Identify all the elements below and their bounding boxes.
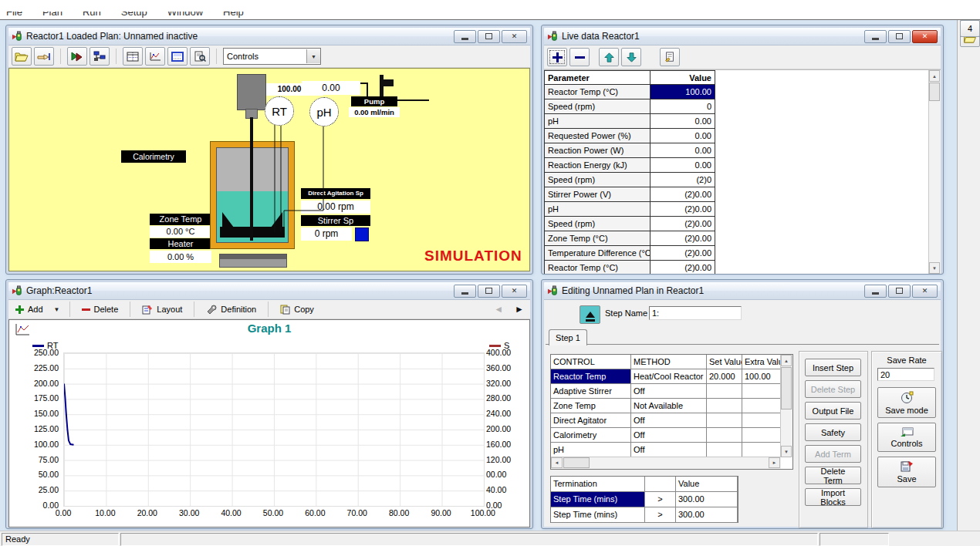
open-plan-button[interactable]: [12, 47, 32, 66]
vertical-scrollbar[interactable]: [928, 70, 941, 274]
app-icon[interactable]: [12, 31, 23, 42]
prev-graph-button[interactable]: [494, 304, 503, 315]
restore-button[interactable]: [478, 30, 500, 43]
value-cell[interactable]: 0.00: [651, 158, 715, 173]
column-header[interactable]: Extra Value: [742, 355, 781, 369]
scrollbar-thumb[interactable]: [781, 367, 792, 410]
save-button[interactable]: Save: [877, 457, 936, 487]
graph-view-button[interactable]: [145, 47, 165, 66]
column-header-parameter[interactable]: Parameter: [544, 70, 651, 85]
control-cell[interactable]: Reactor Temp: [551, 369, 631, 384]
save-rate-input[interactable]: [877, 368, 934, 381]
termination-cell[interactable]: Step Time (mins): [551, 492, 645, 507]
plan-action-button[interactable]: Output File: [805, 402, 861, 420]
plan-editor-titlebar[interactable]: Editing Unnamed Plan in Reactor1: [544, 282, 941, 300]
control-cell[interactable]: pH: [551, 443, 631, 457]
restore-button[interactable]: [888, 30, 911, 43]
table-row[interactable]: Direct Agitator Off: [551, 413, 792, 428]
table-row[interactable]: Calorimetry Off: [551, 428, 792, 443]
table-row[interactable]: Reaction Energy (kJ) 0.00: [544, 158, 941, 173]
scroll-down-button[interactable]: [929, 262, 940, 274]
value-cell[interactable]: (2)0.00: [651, 246, 715, 261]
column-header[interactable]: Set Value: [707, 355, 742, 369]
move-down-button[interactable]: [621, 48, 641, 66]
close-button[interactable]: [912, 30, 938, 43]
vertical-scrollbar[interactable]: [780, 355, 792, 457]
parameter-cell[interactable]: Stirrer Power (V): [544, 187, 651, 202]
parameter-cell[interactable]: Speed (rpm): [544, 217, 651, 231]
minimize-button[interactable]: [454, 285, 476, 298]
add-trace-dropdown[interactable]: [51, 301, 63, 318]
control-cell[interactable]: Calorimetry: [551, 428, 631, 443]
value-cell[interactable]: (2)0.00: [651, 187, 715, 202]
stirrer-set-indicator[interactable]: [355, 228, 369, 241]
table-row[interactable]: Stirrer Power (V) (2)0.00: [544, 187, 941, 202]
scroll-right-button[interactable]: [769, 457, 780, 468]
table-row[interactable]: Reactor Temp (°C) 100.00: [544, 85, 941, 99]
column-header[interactable]: Value: [676, 477, 738, 492]
value-cell[interactable]: (2)0: [651, 173, 715, 187]
scrollbar-thumb[interactable]: [929, 83, 940, 101]
method-cell[interactable]: Heat/Cool Reactor: [631, 369, 707, 384]
table-row[interactable]: Step Time (mins) > 300.00: [551, 492, 738, 507]
parameter-cell[interactable]: Zone Temp (°C): [544, 231, 651, 246]
table-row[interactable]: Reaction Power (W) 0.00: [544, 143, 941, 158]
minimize-button[interactable]: [454, 30, 476, 43]
graph-window-titlebar[interactable]: Graph:Reactor1: [8, 282, 530, 300]
method-cell[interactable]: Not Available: [631, 399, 707, 413]
value-cell[interactable]: (2)0.00: [651, 261, 715, 274]
move-up-button[interactable]: [599, 48, 619, 66]
delete-trace-button[interactable]: Delete: [76, 301, 124, 318]
run-plan-button[interactable]: [67, 47, 87, 66]
reactor-select-button[interactable]: 4: [960, 20, 980, 37]
parameter-cell[interactable]: Reactor Temp (°C): [544, 261, 651, 274]
collapse-step-button[interactable]: [580, 305, 600, 324]
live-data-view-button[interactable]: [123, 47, 143, 66]
menu-item[interactable]: Window: [167, 12, 203, 18]
controls-button[interactable]: Controls: [877, 423, 936, 452]
table-row[interactable]: Speed (rpm) (2)0: [544, 173, 941, 187]
next-graph-button[interactable]: [515, 304, 524, 315]
close-button[interactable]: [502, 285, 527, 298]
control-cell[interactable]: Direct Agitator: [551, 413, 631, 428]
scrollbar-thumb[interactable]: [563, 457, 590, 468]
extra-value-cell[interactable]: [742, 428, 781, 443]
extra-value-cell[interactable]: [742, 384, 781, 399]
edit-plan-button[interactable]: [90, 47, 110, 66]
edit-list-button[interactable]: [660, 48, 680, 66]
scroll-up-button[interactable]: [781, 355, 792, 366]
parameter-cell[interactable]: Speed (rpm): [544, 99, 651, 114]
column-header[interactable]: [645, 477, 676, 492]
plan-action-button[interactable]: Delete Step: [805, 380, 861, 398]
control-cell[interactable]: Adaptive Stirrer: [551, 384, 631, 399]
definition-button[interactable]: Definition: [201, 301, 262, 318]
ph-probe-indicator[interactable]: pH: [309, 97, 339, 126]
scroll-left-button[interactable]: [551, 457, 563, 468]
save-mode-button[interactable]: Save mode: [877, 387, 936, 418]
operator-cell[interactable]: >: [645, 492, 676, 507]
value-cell[interactable]: (2)0.00: [651, 217, 715, 231]
value-cell[interactable]: (2)0.00: [651, 231, 715, 246]
find-view-button[interactable]: [190, 47, 210, 66]
app-icon[interactable]: [12, 285, 23, 297]
set-value-cell[interactable]: [707, 443, 742, 457]
set-value-cell[interactable]: [707, 413, 742, 428]
method-cell[interactable]: Off: [631, 413, 707, 428]
view-select[interactable]: Controls: [223, 48, 321, 65]
app-icon[interactable]: [547, 285, 559, 297]
method-cell[interactable]: Off: [631, 384, 707, 399]
table-row[interactable]: pH (2)0.00: [544, 202, 941, 217]
parameter-cell[interactable]: pH: [544, 114, 651, 129]
value-cell[interactable]: 300.00: [676, 507, 738, 523]
column-header-value[interactable]: Value: [651, 70, 715, 85]
minimize-button[interactable]: [864, 30, 887, 43]
parameter-cell[interactable]: Requested Power (%): [544, 129, 651, 143]
table-row[interactable]: pH Off: [551, 443, 792, 457]
table-row[interactable]: Requested Power (%) 0.00: [544, 129, 941, 143]
copy-button[interactable]: Copy: [275, 301, 319, 318]
select-dropdown-button[interactable]: [306, 49, 320, 63]
menu-item[interactable]: File: [6, 12, 22, 18]
method-cell[interactable]: Off: [631, 443, 707, 457]
add-parameter-button[interactable]: [547, 48, 567, 66]
plan-action-button[interactable]: Delete Term: [805, 467, 861, 484]
